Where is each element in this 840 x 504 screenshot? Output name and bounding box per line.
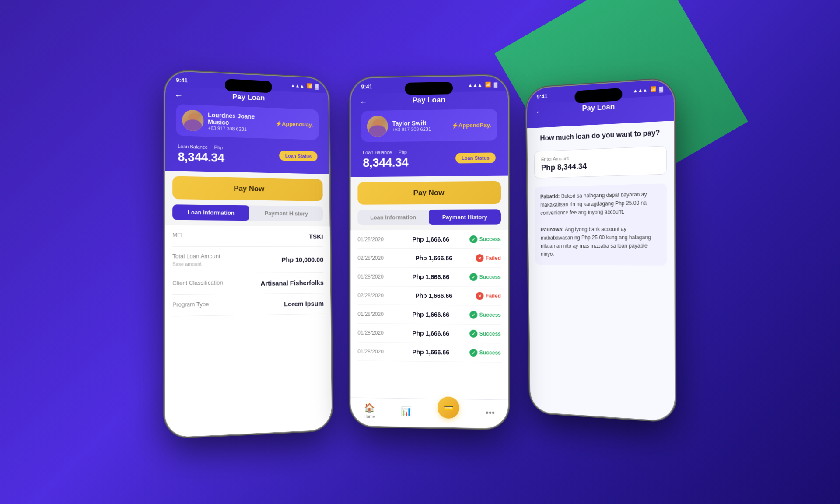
- avatar-img-center: [367, 116, 388, 136]
- user-details-center: Taylor Swift +63 917 308 6231: [392, 119, 431, 132]
- phone-right: 9:41 ▲▲▲ 📶 ▓ ← Pay Loan How much loan do…: [527, 79, 675, 421]
- pabatid-title: Pabatid:: [540, 193, 560, 200]
- payment-date-4: 02/28/2020: [357, 292, 392, 298]
- payment-row-6: 01/28/2020 Php 1,666.66 ✓ Success: [357, 324, 501, 344]
- back-button-center[interactable]: ←: [359, 97, 368, 107]
- failed-icon-2: ✕: [476, 254, 484, 262]
- payment-amount-7: Php 1,666.66: [392, 348, 469, 356]
- brand-logo-left: ⚡AppendPay.: [275, 120, 313, 128]
- signal-icon-center: ▲▲▲: [468, 82, 483, 88]
- tab-bar-left: Loan Information Payment History: [172, 204, 323, 221]
- failed-icon-4: ✕: [476, 292, 484, 300]
- phones-container: 9:41 ▲▲▲ 📶 ▓ ← Pay Loan: [166, 73, 674, 431]
- success-icon-7: ✓: [470, 349, 478, 357]
- back-button-left[interactable]: ←: [174, 90, 183, 101]
- wifi-icon-right: 📶: [650, 86, 657, 92]
- success-icon-6: ✓: [470, 330, 478, 338]
- payment-screen-right: How much loan do you want to pay? Enter …: [527, 121, 675, 421]
- payment-status-5: ✓ Success: [470, 311, 501, 319]
- payment-status-3: ✓ Success: [470, 273, 501, 281]
- payment-amount-3: Php 1,666.66: [392, 273, 469, 280]
- header-left: ← Pay Loan Lourdnes Joane Musico +63 917…: [165, 86, 329, 174]
- avatar-img-left: [182, 109, 204, 131]
- info-row-mfi: MFI TSKI: [172, 225, 323, 247]
- home-icon-center: 🏠: [364, 402, 375, 413]
- nav-chart-center[interactable]: 📊: [401, 406, 412, 416]
- pay-now-btn-center[interactable]: Pay Now: [357, 181, 501, 205]
- tab-loan-info-left[interactable]: Loan Information: [172, 204, 249, 220]
- header-center: ← Pay Loan Taylor Swift +63 917 308 6231…: [351, 91, 508, 177]
- amount-input-group-right[interactable]: Enter Amount Php 8,344.34: [534, 146, 667, 178]
- avatar-center: [367, 116, 388, 136]
- info-row-program-type: Program Type Lorem Ipsum: [172, 293, 324, 316]
- info-label-program-type: Program Type: [172, 301, 209, 310]
- back-button-right[interactable]: ←: [535, 107, 543, 117]
- battery-icon-right: ▓: [659, 86, 663, 91]
- success-icon-1: ✓: [470, 235, 478, 243]
- payment-amount-4: Php 1,666.66: [392, 292, 476, 300]
- user-phone-center: +63 917 308 6231: [392, 126, 431, 132]
- phone-left: 9:41 ▲▲▲ 📶 ▓ ← Pay Loan: [165, 71, 332, 438]
- status-time-left: 9:41: [176, 77, 187, 84]
- status-time-right: 9:41: [537, 93, 548, 100]
- payment-status-1: ✓ Success: [470, 235, 501, 243]
- payment-date-2: 02/28/2020: [357, 255, 392, 261]
- status-icons-left: ▲▲▲ 📶 ▓: [290, 82, 318, 89]
- loan-balance-info-left: Loan Balance Php 8,344.34: [178, 142, 224, 165]
- payment-status-7: ✓ Success: [470, 349, 501, 357]
- bottom-nav-center: 🏠 Home 📊 💳 •••: [351, 397, 508, 428]
- nav-pay-btn-center[interactable]: 💳: [438, 396, 459, 419]
- user-name-center: Taylor Swift: [392, 119, 431, 127]
- loan-balance-row-left: Loan Balance Php 8,344.34 Loan Status: [174, 140, 321, 167]
- pabatid-text: Pabatid: Bukod sa halagang dapat bayaran…: [540, 190, 661, 217]
- status-icons-center: ▲▲▲ 📶 ▓: [468, 81, 497, 88]
- payment-date-3: 01/28/2020: [357, 274, 392, 280]
- loan-balance-amount-center: 8,344.34: [363, 155, 409, 170]
- notice-box-right: Pabatid: Bukod sa halagang dapat bayaran…: [535, 183, 667, 265]
- user-name-left: Lourdnes Joane Musico: [208, 112, 275, 128]
- payment-amount-1: Php 1,666.66: [392, 236, 469, 243]
- loan-balance-label-center: Loan Balance Php: [363, 149, 409, 155]
- tab-loan-info-center[interactable]: Loan Information: [357, 210, 429, 225]
- user-card-left: Lourdnes Joane Musico +63 917 308 6231 ⚡…: [176, 104, 318, 140]
- battery-icon-center: ▓: [494, 82, 497, 87]
- tab-bar-center: Loan Information Payment History: [357, 209, 501, 225]
- nav-more-center[interactable]: •••: [486, 408, 495, 418]
- payment-row-5: 01/28/2020 Php 1,666.66 ✓ Success: [357, 305, 501, 325]
- screen-left: 9:41 ▲▲▲ 📶 ▓ ← Pay Loan: [165, 71, 332, 438]
- user-info-center: Taylor Swift +63 917 308 6231: [367, 115, 431, 137]
- paunawa-title: Paunawa:: [541, 227, 564, 233]
- pay-now-btn-left[interactable]: Pay Now: [172, 176, 323, 201]
- payment-question-right: How much loan do you want to pay?: [534, 128, 667, 143]
- more-icon-center: •••: [486, 408, 495, 418]
- payment-status-4: ✕ Failed: [476, 292, 501, 300]
- screen-center: 9:41 ▲▲▲ 📶 ▓ ← Pay Loan: [351, 76, 508, 428]
- paunawa-text: Paunawa: Ang iyong bank account ay mabab…: [541, 224, 661, 259]
- payment-amount-5: Php 1,666.66: [392, 311, 469, 318]
- amount-input-value-right: Php 8,344.34: [541, 159, 659, 173]
- battery-icon-left: ▓: [315, 84, 318, 89]
- payment-date-6: 01/28/2020: [357, 330, 392, 336]
- payment-row-3: 01/28/2020 Php 1,666.66 ✓ Success: [357, 268, 501, 287]
- payment-status-6: ✓ Success: [470, 330, 501, 338]
- phone-center: 9:41 ▲▲▲ 📶 ▓ ← Pay Loan: [351, 76, 508, 428]
- pay-icon-center: 💳: [444, 403, 453, 413]
- brand-logo-center: ⚡AppendPay.: [452, 122, 491, 129]
- tab-payment-history-center[interactable]: Payment History: [429, 209, 501, 225]
- payment-date-7: 01/28/2020: [357, 348, 392, 355]
- info-row-client-class: Client Classification Artisanal Fisherfo…: [172, 273, 324, 295]
- loan-status-btn-center[interactable]: Loan Status: [455, 152, 496, 163]
- wifi-icon-center: 📶: [485, 82, 491, 88]
- payment-amount-6: Php 1,666.66: [392, 329, 469, 337]
- page-title-left: Pay Loan: [174, 90, 320, 105]
- success-icon-3: ✓: [470, 273, 478, 281]
- loan-balance-label-left: Loan Balance Php: [178, 144, 224, 150]
- tab-payment-history-left[interactable]: Payment History: [249, 205, 323, 221]
- loan-status-btn-left[interactable]: Loan Status: [279, 150, 317, 162]
- info-label-total-loan: Total Loan Amount Base amount: [172, 253, 220, 267]
- page-title-center: Pay Loan: [359, 94, 499, 105]
- nav-home-center[interactable]: 🏠 Home: [364, 402, 375, 419]
- info-label-client-class: Client Classification: [172, 280, 223, 288]
- user-card-center: Taylor Swift +63 917 308 6231 ⚡AppendPay…: [361, 109, 497, 142]
- chart-icon-center: 📊: [401, 406, 412, 416]
